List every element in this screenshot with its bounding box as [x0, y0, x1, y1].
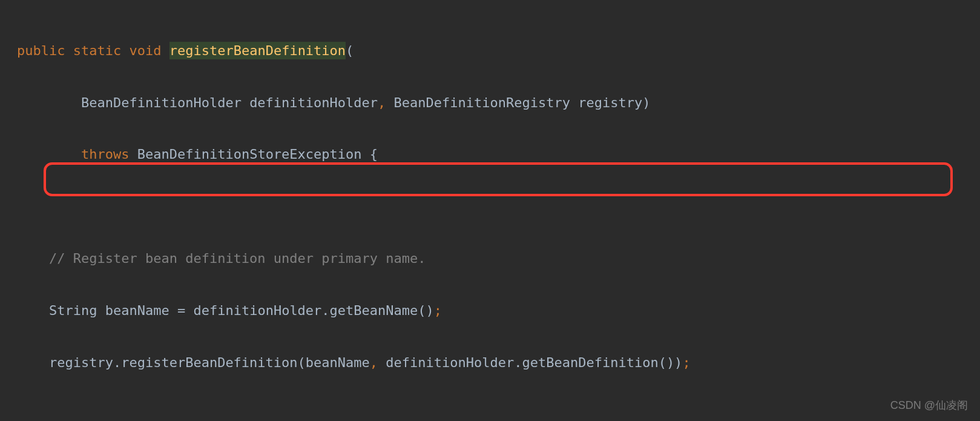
- expression: definitionHolder.getBeanName(): [193, 303, 433, 318]
- comma: ,: [370, 355, 378, 370]
- indent: [17, 95, 81, 110]
- code-line: BeanDefinitionHolder definitionHolder, B…: [17, 90, 980, 116]
- semicolon: ;: [682, 355, 690, 370]
- method-name-highlighted: registerBeanDefinition: [169, 42, 346, 59]
- keyword-throws: throws: [81, 147, 129, 162]
- keyword-static: static: [73, 43, 121, 58]
- param-name: registry: [578, 95, 642, 110]
- type-name: BeanDefinitionRegistry: [394, 95, 570, 110]
- comment: // Register bean definition under primar…: [49, 251, 426, 266]
- code-line: String beanName = definitionHolder.getBe…: [17, 298, 980, 324]
- exception-type: BeanDefinitionStoreException: [137, 147, 362, 162]
- expression: registry.registerBeanDefinition(beanName: [49, 355, 370, 370]
- code-line: // Register bean definition under primar…: [17, 246, 980, 272]
- indent: [17, 147, 81, 162]
- code-line-highlighted: registry.registerBeanDefinition(beanName…: [17, 350, 980, 376]
- paren: (: [346, 43, 354, 58]
- var-name: beanName: [105, 303, 169, 318]
- keyword-void: void: [129, 43, 161, 58]
- watermark-text: CSDN @仙凌阁: [890, 395, 968, 416]
- code-line-blank: [17, 194, 980, 220]
- code-line: public static void registerBeanDefinitio…: [17, 38, 980, 64]
- type-name: String: [49, 303, 97, 318]
- paren: ): [642, 95, 650, 110]
- indent: [17, 251, 49, 266]
- indent: [17, 303, 49, 318]
- expression: definitionHolder.getBeanDefinition()): [386, 355, 682, 370]
- operator: =: [177, 303, 185, 318]
- type-name: BeanDefinitionHolder: [81, 95, 242, 110]
- code-editor[interactable]: public static void registerBeanDefinitio…: [0, 12, 980, 421]
- comma: ,: [378, 95, 386, 110]
- brace: {: [370, 147, 378, 162]
- code-line: throws BeanDefinitionStoreException {: [17, 142, 980, 168]
- code-line-blank: [17, 402, 980, 421]
- keyword-public: public: [17, 43, 65, 58]
- semicolon: ;: [434, 303, 442, 318]
- indent: [17, 355, 49, 370]
- param-name: definitionHolder: [249, 95, 378, 110]
